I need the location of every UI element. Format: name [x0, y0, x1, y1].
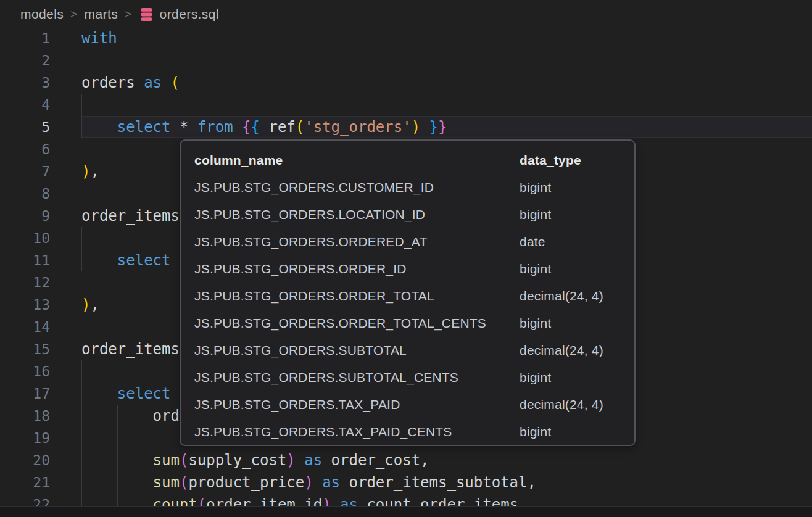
code-token: order_cost, — [322, 452, 429, 469]
code-line-4[interactable]: 4 — [0, 94, 812, 116]
code-token: select — [117, 385, 171, 402]
code-line-3[interactable]: 3orders as ( — [0, 72, 812, 94]
popup-cell-column-name: JS.PUB.STG_ORDERS.TAX_PAID — [194, 391, 520, 418]
popup-row: JS.PUB.STG_ORDERS.TAX_PAID_CENTSbigint — [181, 418, 634, 445]
code-content — [81, 94, 812, 116]
panel-bottom-strip — [0, 506, 812, 517]
indent-guide — [117, 405, 118, 427]
line-number: 20 — [0, 449, 81, 471]
code-content: with — [81, 27, 812, 49]
line-number: 3 — [0, 72, 81, 94]
breadcrumb-file-label: orders.sql — [160, 7, 219, 22]
code-content: sum(product_price) as order_items_subtot… — [81, 471, 812, 494]
code-token: ( — [180, 474, 188, 491]
code-token: order_items — [81, 207, 180, 225]
popup-cell-data-type: bigint — [520, 418, 634, 445]
code-content: sum(supply_cost) as order_cost, — [81, 449, 812, 471]
indent-guide — [81, 449, 82, 471]
code-token: ref — [260, 118, 296, 136]
line-number: 12 — [0, 271, 81, 294]
indent-guide — [81, 94, 82, 116]
popup-cell-data-type: bigint — [520, 364, 634, 391]
indent-guide — [81, 383, 82, 405]
code-token: , — [90, 163, 99, 180]
code-token: ) — [81, 163, 90, 180]
chevron-right-icon: > — [125, 7, 132, 21]
code-token: supply_cost — [188, 452, 286, 469]
popup-cell-column-name: JS.PUB.STG_ORDERS.ORDER_TOTAL_CENTS — [194, 310, 520, 337]
code-content: orders as ( — [81, 72, 812, 94]
line-number: 10 — [0, 227, 81, 249]
indent-guide — [81, 249, 82, 271]
code-line-21[interactable]: 21 sum(product_price) as order_items_sub… — [0, 471, 812, 494]
popup-cell-data-type: bigint — [520, 201, 634, 228]
popup-cell-data-type: bigint — [520, 174, 634, 201]
code-token — [81, 385, 117, 402]
popup-cell-data-type: bigint — [520, 310, 634, 337]
popup-header-column-name: column_name — [194, 147, 520, 174]
line-number: 21 — [0, 471, 81, 494]
indent-guide — [117, 471, 118, 494]
indent-guide — [81, 116, 82, 138]
code-token: } — [438, 118, 447, 136]
indent-guide — [117, 427, 118, 449]
code-token: ) — [304, 474, 313, 491]
indent-guide — [81, 360, 82, 383]
code-token — [81, 252, 117, 269]
indent-guide — [81, 227, 82, 249]
chevron-right-icon: > — [70, 7, 78, 21]
popup-header-row: column_name data_type — [181, 147, 634, 174]
popup-row: JS.PUB.STG_ORDERS.ORDER_IDbigint — [181, 255, 634, 283]
popup-cell-data-type: date — [520, 228, 634, 255]
line-number: 8 — [0, 183, 81, 205]
popup-rows: JS.PUB.STG_ORDERS.CUSTOMER_IDbigintJS.PU… — [181, 174, 634, 445]
code-token: 'stg_orders' — [304, 118, 411, 136]
popup-row: JS.PUB.STG_ORDERS.ORDER_TOTALdecimal(24,… — [181, 283, 634, 310]
popup-row: JS.PUB.STG_ORDERS.TAX_PAIDdecimal(24, 4) — [181, 391, 634, 418]
code-token — [296, 452, 304, 469]
database-icon — [139, 7, 154, 22]
line-number: 15 — [0, 338, 81, 360]
breadcrumb-item-marts[interactable]: marts — [85, 7, 118, 22]
code-line-2[interactable]: 2 — [0, 49, 812, 72]
popup-header-data-type: data_type — [520, 147, 634, 174]
editor-window: models > marts > orders.sql 1with23order… — [0, 0, 812, 517]
column-info-popup: column_name data_type JS.PUB.STG_ORDERS.… — [180, 139, 636, 446]
code-token: as — [322, 474, 340, 491]
breadcrumb-item-models[interactable]: models — [20, 7, 64, 22]
popup-cell-column-name: JS.PUB.STG_ORDERS.CUSTOMER_ID — [194, 174, 520, 201]
code-content — [81, 49, 812, 72]
line-number: 1 — [0, 27, 81, 49]
line-number: 14 — [0, 316, 81, 338]
code-line-20[interactable]: 20 sum(supply_cost) as order_cost, — [0, 449, 812, 471]
code-token — [81, 118, 117, 136]
indent-guide — [117, 449, 118, 471]
line-number: 16 — [0, 360, 81, 383]
popup-cell-data-type: decimal(24, 4) — [520, 337, 634, 364]
code-token — [313, 474, 322, 491]
popup-cell-data-type: decimal(24, 4) — [520, 391, 634, 418]
code-token: ) — [81, 296, 90, 313]
code-line-1[interactable]: 1with — [0, 27, 812, 49]
code-token: select — [117, 118, 171, 136]
code-line-5[interactable]: 5 select * from {{ ref('stg_orders') }} — [0, 116, 812, 138]
code-token: with — [81, 30, 117, 47]
code-content: select * from {{ ref('stg_orders') }} — [81, 116, 812, 138]
code-token: as — [304, 452, 322, 469]
code-token: ) — [286, 452, 295, 469]
code-token: product_price — [188, 474, 304, 491]
code-token: orders — [81, 74, 144, 91]
indent-guide — [81, 471, 82, 494]
code-token: as — [144, 74, 170, 91]
code-token — [233, 118, 242, 136]
popup-cell-column-name: JS.PUB.STG_ORDERS.ORDER_TOTAL — [194, 283, 520, 310]
code-token: ( — [171, 74, 180, 91]
breadcrumb-item-file[interactable]: orders.sql — [139, 7, 219, 22]
code-token: ) — [412, 118, 420, 136]
line-number: 2 — [0, 49, 81, 72]
line-number: 4 — [0, 94, 81, 116]
popup-row: JS.PUB.STG_ORDERS.LOCATION_IDbigint — [181, 201, 634, 228]
line-number: 6 — [0, 138, 81, 160]
popup-row: JS.PUB.STG_ORDERS.SUBTOTAL_CENTSbigint — [181, 364, 634, 391]
code-token: sum — [153, 474, 180, 491]
